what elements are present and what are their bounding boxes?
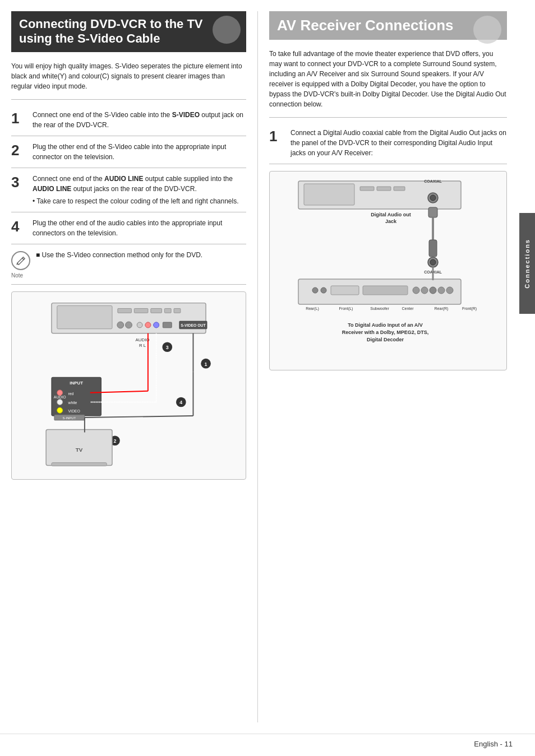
svg-text:Front(R): Front(R): [462, 307, 477, 311]
left-column: Connecting DVD-VCR to the TV using the S…: [11, 11, 258, 722]
tv-diagram-svg: AUDIO R L S-VIDEO OUT: [19, 299, 239, 472]
svg-text:2: 2: [113, 438, 116, 444]
footer: English - 11: [0, 734, 535, 756]
svg-point-7: [117, 322, 124, 328]
left-section-header: Connecting DVD-VCR to the TV using the S…: [11, 11, 246, 52]
tv-diagram: AUDIO R L S-VIDEO OUT: [19, 299, 239, 472]
step-2-text: Plug the other end of the S-Video cable …: [33, 142, 246, 162]
right-title: AV Receiver Connections: [277, 17, 454, 34]
svg-text:TV: TV: [76, 447, 83, 453]
svg-rect-3: [134, 308, 148, 313]
side-tab-label: Connections: [524, 239, 531, 289]
av-diagram-svg: COAXIAL Digital Audio out Jack COA: [276, 178, 500, 363]
left-intro: You will enjoy high quality images. S-Vi…: [11, 61, 246, 91]
step-1: 1 Connect one end of the S-Video cable i…: [11, 104, 246, 136]
step-4: 4 Plug the other end of the audio cables…: [11, 212, 246, 244]
svg-text:S-INPUT: S-INPUT: [63, 416, 76, 420]
step-1-bold: S-VIDEO: [172, 111, 200, 119]
svg-text:AUDIO: AUDIO: [136, 337, 150, 342]
svg-rect-52: [304, 184, 354, 205]
svg-rect-49: [52, 462, 107, 466]
step-3-bold1: AUDIO LINE: [104, 175, 143, 183]
svg-point-65: [430, 259, 436, 265]
svg-text:Digital Decoder: Digital Decoder: [367, 337, 404, 342]
svg-text:Digital Audio out: Digital Audio out: [371, 212, 411, 217]
step-1-number: 1: [11, 111, 27, 126]
svg-point-68: [312, 287, 318, 293]
svg-point-69: [321, 287, 326, 293]
svg-point-31: [57, 399, 63, 405]
side-tab: Connections: [519, 213, 535, 314]
note-label: Note: [11, 272, 30, 279]
svg-rect-54: [377, 187, 391, 191]
svg-point-8: [126, 322, 132, 328]
svg-rect-63: [429, 240, 437, 257]
step-3-number: 3: [11, 175, 27, 189]
step-2-number: 2: [11, 143, 27, 157]
right-header-circle: [473, 16, 501, 44]
note-box: Note ■ Use the S-Video connection method…: [11, 244, 246, 285]
step-2: 2 Plug the other end of the S-Video cabl…: [11, 136, 246, 168]
note-text: ■ Use the S-Video connection method only…: [36, 251, 202, 259]
step-3-text: Connect one end of the AUDIO LINE output…: [33, 174, 246, 206]
svg-point-17: [145, 322, 151, 328]
right-column: AV Receiver Connections To take full adv…: [258, 11, 524, 722]
right-divider-1: [269, 117, 507, 118]
tv-diagram-box: AUDIO R L S-VIDEO OUT: [11, 291, 246, 480]
svg-text:R  L: R L: [139, 343, 146, 348]
step-4-number: 4: [11, 219, 27, 234]
step-3: 3 Connect one end of the AUDIO LINE outp…: [11, 168, 246, 212]
svg-point-73: [421, 287, 428, 294]
right-intro: To take full advantage of the movie thea…: [269, 49, 507, 109]
svg-point-75: [438, 287, 445, 294]
left-title: Connecting DVD-VCR to the TV using the S…: [19, 17, 203, 45]
svg-text:red: red: [68, 391, 73, 395]
svg-rect-2: [118, 308, 132, 313]
pencil-icon: [16, 256, 26, 266]
svg-text:1: 1: [205, 361, 207, 367]
svg-rect-1: [57, 305, 112, 328]
svg-rect-70: [331, 286, 359, 295]
step-3-bold2: AUDIO LINE: [33, 185, 71, 193]
svg-text:white: white: [67, 401, 77, 405]
svg-text:Subwoofer: Subwoofer: [370, 307, 389, 310]
svg-text:AUDIO: AUDIO: [54, 395, 66, 398]
svg-rect-4: [151, 308, 162, 313]
left-header-circle: [213, 16, 241, 44]
svg-point-33: [57, 407, 63, 413]
svg-text:Front(L): Front(L): [339, 307, 353, 311]
step-1-text: Connect one end of the S-Video cable int…: [33, 110, 246, 130]
note-content: ■ Use the S-Video connection method only…: [36, 250, 202, 260]
svg-text:3: 3: [166, 345, 169, 350]
svg-text:Rear(L): Rear(L): [306, 307, 319, 311]
svg-text:Jack: Jack: [385, 219, 397, 224]
svg-text:4: 4: [179, 400, 182, 405]
footer-page-number: English - 11: [474, 740, 513, 748]
divider-1: [11, 99, 246, 100]
note-icon: [11, 251, 30, 270]
svg-point-76: [446, 287, 453, 294]
svg-text:INPUT: INPUT: [70, 381, 83, 386]
right-step-1: 1 Connect a Digital Audio coaxial cable …: [269, 122, 507, 164]
av-diagram: COAXIAL Digital Audio out Jack COA: [276, 178, 500, 363]
svg-text:COAXIAL: COAXIAL: [424, 179, 442, 183]
svg-text:Rear(R): Rear(R): [435, 307, 449, 311]
svg-text:Center: Center: [402, 307, 414, 310]
svg-text:S-VIDEO OUT: S-VIDEO OUT: [181, 323, 206, 327]
step-4-text: Plug the other end of the audio cables i…: [33, 218, 246, 238]
svg-rect-53: [360, 187, 374, 191]
svg-text:VIDEO: VIDEO: [68, 409, 80, 413]
svg-point-19: [154, 322, 159, 328]
step-3-bullet: • Take care to respect the colour coding…: [33, 196, 246, 206]
svg-rect-5: [164, 308, 171, 313]
svg-text:To Digital Audio Input of an A: To Digital Audio Input of an A/V: [348, 322, 423, 328]
page: Connections Connecting DVD-VCR to the TV…: [0, 0, 535, 756]
right-section-header: AV Receiver Connections: [269, 11, 507, 40]
svg-point-57: [430, 195, 436, 201]
svg-rect-61: [428, 207, 437, 217]
svg-text:Receiver with a Dolby, MPEG2, : Receiver with a Dolby, MPEG2, DTS,: [342, 330, 428, 335]
svg-rect-55: [394, 187, 405, 191]
av-diagram-box: COAXIAL Digital Audio out Jack COA: [269, 171, 507, 370]
svg-rect-71: [363, 286, 408, 295]
svg-point-74: [430, 287, 436, 294]
